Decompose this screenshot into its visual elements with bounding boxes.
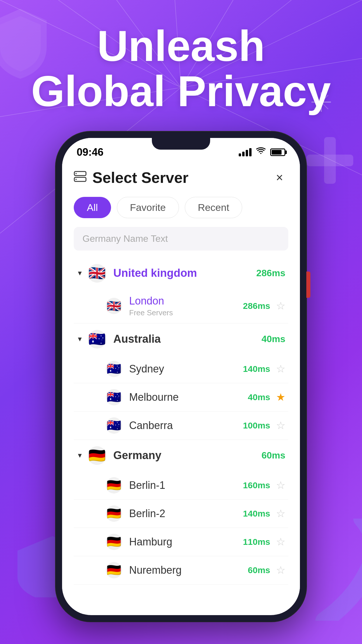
- flag-de: 🇩🇪: [88, 446, 106, 465]
- server-ping-canberra: 100ms: [243, 421, 270, 430]
- star-canberra[interactable]: ☆: [276, 419, 285, 432]
- server-sub-london: Free Servers: [129, 308, 243, 317]
- tab-bar: All Favorite Recent: [74, 197, 288, 218]
- server-row-sydney[interactable]: 🇦🇺 Sydney 140ms ☆: [74, 355, 288, 383]
- ping-au: 40ms: [261, 334, 285, 344]
- server-name-berlin2: Berlin-2: [129, 508, 243, 520]
- flag-canberra: 🇦🇺: [106, 417, 122, 434]
- server-name-sydney: Sydney: [129, 363, 243, 375]
- signal-icon: [239, 148, 252, 156]
- header: Select Server ×: [74, 169, 288, 186]
- server-name-berlin1: Berlin-1: [129, 479, 243, 491]
- country-row-au[interactable]: ▼ 🇦🇺 Australia 40ms: [74, 323, 288, 355]
- flag-berlin1: 🇩🇪: [106, 477, 122, 494]
- phone-side-button: [306, 272, 310, 298]
- status-time: 09:46: [77, 146, 103, 158]
- server-ping-nuremberg: 60ms: [248, 565, 270, 575]
- search-input[interactable]: Germany Name Text: [74, 227, 288, 251]
- phone-screen: 09:46: [62, 138, 300, 615]
- svg-rect-12: [307, 155, 353, 166]
- tab-all[interactable]: All: [74, 197, 111, 218]
- flag-sydney: 🇦🇺: [106, 361, 122, 377]
- star-hamburg[interactable]: ☆: [276, 536, 285, 548]
- server-row-berlin1[interactable]: 🇩🇪 Berlin-1 160ms ☆: [74, 471, 288, 500]
- signal-bar-3: [246, 150, 248, 156]
- flag-au: 🇦🇺: [88, 330, 106, 349]
- app-content: Select Server × All Favorite Recent Germ…: [62, 163, 300, 614]
- chevron-au: ▼: [77, 335, 83, 343]
- server-row-canberra[interactable]: 🇦🇺 Canberra 100ms ☆: [74, 412, 288, 440]
- svg-point-20: [75, 179, 77, 180]
- header-title: Select Server: [92, 169, 189, 186]
- server-icon: [74, 170, 87, 185]
- server-name-canberra: Canberra: [129, 419, 243, 432]
- flag-melbourne: 🇦🇺: [106, 389, 122, 405]
- server-info-sydney: Sydney: [129, 363, 243, 375]
- ping-uk: 286ms: [256, 268, 285, 279]
- phone-notch: [152, 138, 210, 150]
- flag-berlin2: 🇩🇪: [106, 505, 122, 522]
- server-ping-berlin2: 140ms: [243, 509, 270, 519]
- server-info-london: London Free Servers: [129, 295, 243, 317]
- headline-container: Unleash Global Privacy: [14, 23, 348, 114]
- server-info-melbourne: Melbourne: [129, 391, 248, 403]
- phone-mockup: 09:46: [56, 132, 306, 622]
- star-sydney[interactable]: ☆: [276, 363, 285, 375]
- server-row-nuremberg[interactable]: 🇩🇪 Nuremberg 60ms ☆: [74, 556, 288, 584]
- star-berlin2[interactable]: ☆: [276, 508, 285, 520]
- star-melbourne[interactable]: ★: [276, 391, 285, 403]
- flag-nuremberg: 🇩🇪: [106, 562, 122, 578]
- tab-recent[interactable]: Recent: [185, 197, 242, 218]
- star-berlin1[interactable]: ☆: [276, 479, 285, 491]
- battery-icon: [270, 148, 285, 156]
- server-row-hamburg[interactable]: 🇩🇪 Hamburg 110ms ☆: [74, 528, 288, 556]
- signal-bar-1: [239, 153, 241, 156]
- header-left: Select Server: [74, 169, 189, 186]
- server-name-london: London: [129, 295, 243, 307]
- country-row-uk[interactable]: ▼ 🇬🇧 United kingdom 286ms: [74, 258, 288, 289]
- flag-london: 🇬🇧: [106, 298, 122, 314]
- server-info-canberra: Canberra: [129, 419, 243, 432]
- flag-hamburg: 🇩🇪: [106, 534, 122, 550]
- server-row-berlin2[interactable]: 🇩🇪 Berlin-2 140ms ☆: [74, 500, 288, 528]
- country-name-uk: United kingdom: [113, 267, 256, 279]
- chevron-uk: ▼: [77, 270, 83, 277]
- phone-frame: 09:46: [56, 132, 306, 622]
- server-ping-london: 286ms: [243, 301, 270, 311]
- signal-bar-2: [242, 152, 245, 156]
- server-row-london[interactable]: 🇬🇧 London Free Servers 286ms ☆: [74, 289, 288, 323]
- svg-rect-11: [324, 137, 336, 184]
- headline-text: Unleash Global Privacy: [31, 23, 331, 114]
- country-name-au: Australia: [113, 333, 261, 345]
- server-info-berlin2: Berlin-2: [129, 508, 243, 520]
- star-london[interactable]: ☆: [276, 300, 285, 312]
- ping-de: 60ms: [261, 450, 285, 461]
- wifi-icon: [256, 147, 266, 157]
- country-row-de[interactable]: ▼ 🇩🇪 Germany 60ms: [74, 440, 288, 471]
- server-row-melbourne[interactable]: 🇦🇺 Melbourne 40ms ★: [74, 383, 288, 412]
- server-name-nuremberg: Nuremberg: [129, 564, 248, 576]
- status-icons: [239, 147, 285, 157]
- tab-favorite[interactable]: Favorite: [117, 197, 179, 218]
- server-list: ▼ 🇬🇧 United kingdom 286ms 🇬🇧 London Free…: [74, 258, 288, 614]
- star-nuremberg[interactable]: ☆: [276, 564, 285, 576]
- svg-point-19: [75, 173, 77, 174]
- server-ping-berlin1: 160ms: [243, 480, 270, 490]
- country-name-de: Germany: [113, 449, 261, 462]
- server-name-hamburg: Hamburg: [129, 536, 243, 548]
- server-info-nuremberg: Nuremberg: [129, 564, 248, 576]
- battery-fill: [272, 150, 282, 155]
- server-info-hamburg: Hamburg: [129, 536, 243, 548]
- chevron-de: ▼: [77, 452, 83, 459]
- server-ping-hamburg: 110ms: [243, 537, 270, 547]
- signal-bar-4: [249, 148, 252, 156]
- server-ping-melbourne: 40ms: [248, 392, 270, 402]
- flag-uk: 🇬🇧: [88, 264, 106, 283]
- server-info-berlin1: Berlin-1: [129, 479, 243, 491]
- server-ping-sydney: 140ms: [243, 364, 270, 374]
- close-button[interactable]: ×: [271, 169, 288, 186]
- server-name-melbourne: Melbourne: [129, 391, 248, 403]
